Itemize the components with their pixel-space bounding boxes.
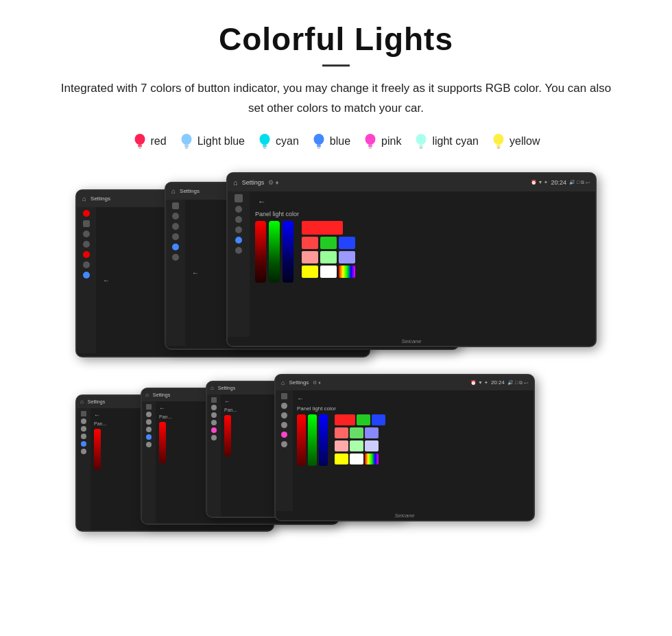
bulb-icon-lightcyan xyxy=(413,132,429,150)
sb-b4-1 xyxy=(281,393,287,399)
color-grid-3 xyxy=(302,221,355,278)
page-container: Colorful Lights Integrated with 7 colors… xyxy=(0,0,672,580)
cell-b1 xyxy=(339,237,355,249)
bar-red-b2 xyxy=(159,422,166,463)
sb-b2-2 xyxy=(146,412,152,417)
svg-point-12 xyxy=(313,134,324,145)
panel-light-area-3: Panel light color xyxy=(255,211,590,283)
sb-b3-5 xyxy=(211,427,217,433)
cell-red-wide xyxy=(302,221,343,235)
sb-b2-5 xyxy=(146,434,152,440)
cg-b4-rainbow xyxy=(365,454,379,464)
color-item-pink: pink xyxy=(363,132,401,150)
sidebar-item-2-3 xyxy=(172,223,179,230)
color-item-cyan: cyan xyxy=(257,132,299,150)
svg-rect-14 xyxy=(317,147,320,148)
sb-b3-3 xyxy=(211,412,217,418)
color-item-red: red xyxy=(132,132,167,150)
panel-light-label-3: Panel light color xyxy=(255,211,590,217)
topbar-title-b4: Settings xyxy=(289,379,309,386)
svg-rect-23 xyxy=(420,148,422,149)
sidebar-item-2-5 xyxy=(172,244,179,250)
color-label-cyan: cyan xyxy=(276,135,299,148)
sb-b1-1 xyxy=(81,411,86,416)
bulb-icon-red xyxy=(132,132,147,150)
color-row-2 xyxy=(302,237,355,249)
svg-rect-6 xyxy=(184,147,188,148)
svg-point-20 xyxy=(416,134,427,145)
sidebar-b4 xyxy=(276,390,293,511)
svg-rect-15 xyxy=(317,148,320,149)
svg-rect-11 xyxy=(263,148,266,149)
sidebar-item-2-1 xyxy=(172,202,179,209)
color-grid-b4 xyxy=(335,414,385,464)
sb-b2-4 xyxy=(146,427,152,432)
topbar-time-b4: 20:24 xyxy=(491,379,505,386)
nav-back-b4: ← xyxy=(297,394,529,402)
sidebar-b2 xyxy=(142,401,156,523)
sb-b3-2 xyxy=(211,405,217,410)
sb-b1-2 xyxy=(81,419,86,424)
color-label-lightcyan: light cyan xyxy=(432,135,479,148)
bulb-icon-pink xyxy=(363,132,378,150)
sb-b4-4 xyxy=(281,422,287,428)
svg-rect-18 xyxy=(369,147,372,148)
bar-blue xyxy=(283,221,293,283)
sidebar-item-2 xyxy=(83,220,90,227)
cg-b4-b3 xyxy=(365,440,379,451)
color-row-1 xyxy=(302,221,355,235)
sb-b4-5 xyxy=(281,432,287,438)
sb-b1-6 xyxy=(81,449,86,454)
panel-light-content-3 xyxy=(255,221,590,283)
bar-green-b4 xyxy=(308,414,317,466)
svg-point-0 xyxy=(134,134,145,145)
description-text: Integrated with 7 colors of button indic… xyxy=(55,79,617,119)
color-label-lightblue: Light blue xyxy=(197,135,245,148)
color-label-blue: blue xyxy=(330,135,350,148)
sb-b3-6 xyxy=(211,435,217,440)
cell-b2 xyxy=(339,251,355,263)
cg-b4-g2 xyxy=(350,427,363,438)
color-label-yellow: yellow xyxy=(509,135,540,148)
sb-b3-1 xyxy=(211,397,217,403)
sb-b2-6 xyxy=(146,442,152,447)
screen-bot-4: ⌂ Settings ⚙ ♦ ⏰ ▼ ✦ 20:24 🔊 □ ⧉ ↩ xyxy=(274,374,535,521)
sidebar-item-7 xyxy=(83,272,90,279)
bar-blue-b4 xyxy=(319,414,328,466)
main-b4: ← Panel light color xyxy=(293,390,533,511)
sidebar-2 xyxy=(166,200,185,346)
topbar-right-3: ⏰ ▼ ✦ 20:24 🔊 □ ⧉ ↩ xyxy=(531,179,590,186)
sidebar-item-2-4 xyxy=(172,233,179,240)
bar-red-b4 xyxy=(297,414,306,466)
cg-b4-r3 xyxy=(335,440,348,451)
svg-rect-27 xyxy=(497,148,500,149)
sidebar-3-6 xyxy=(235,247,242,254)
sb-b1-4 xyxy=(81,434,86,439)
topbar-b4: ⌂ Settings ⚙ ♦ ⏰ ▼ ✦ 20:24 🔊 □ ⧉ ↩ xyxy=(276,375,533,390)
sidebar-3-4 xyxy=(235,226,242,233)
color-label-red: red xyxy=(151,135,167,148)
svg-rect-19 xyxy=(369,148,372,149)
color-item-yellow: yellow xyxy=(491,132,540,150)
bar-green xyxy=(269,221,280,283)
title-section: Colorful Lights xyxy=(27,21,645,67)
color-row-3 xyxy=(302,251,355,263)
bottom-screens-row: ⌂ Settings xyxy=(75,374,597,552)
sb-b4-6 xyxy=(281,441,287,447)
svg-point-16 xyxy=(365,134,376,145)
cg-b4-y xyxy=(335,454,348,464)
sidebar-3-5 xyxy=(235,237,242,244)
topbar-title-3: Settings xyxy=(242,179,265,186)
cg-b4-r1 xyxy=(335,414,355,425)
panel-light-b4: Panel light color xyxy=(297,405,529,466)
watermark-b4: Seicane xyxy=(276,511,533,520)
svg-rect-1 xyxy=(138,145,142,147)
bar-red-b3 xyxy=(224,415,231,456)
topbar-title-2: Settings xyxy=(180,188,200,194)
cg-b4-r2 xyxy=(335,427,348,438)
topbar-title-b1: Settings xyxy=(88,399,105,404)
svg-rect-2 xyxy=(138,147,141,148)
bulb-icon-cyan xyxy=(257,132,272,150)
cell-r2 xyxy=(302,251,318,263)
svg-rect-7 xyxy=(185,148,188,149)
